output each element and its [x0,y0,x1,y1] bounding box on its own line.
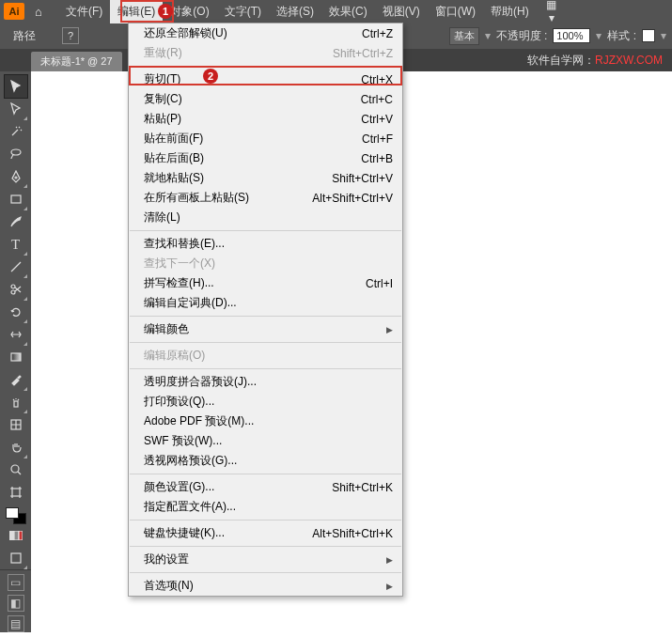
svg-rect-10 [9,531,14,540]
opacity-input[interactable]: 100% [553,28,590,43]
color-mode-icon[interactable] [5,524,27,547]
symbol-sprayer-tool[interactable] [5,391,27,413]
menu-item: 查找下一个(X) [129,254,402,273]
screen-mode-icon[interactable] [5,547,27,569]
menu-item[interactable]: Adobe PDF 预设(M)... [129,412,402,431]
svg-rect-9 [12,489,20,496]
menu-item[interactable]: 复制(C)Ctrl+C [129,89,402,109]
menu-item[interactable]: 拼写检查(H)...Ctrl+I [129,273,402,293]
magic-wand-tool[interactable] [5,120,27,143]
menu-item[interactable]: 指定配置文件(A)... [129,497,402,517]
toolbox: T [0,71,31,569]
svg-rect-6 [14,401,18,407]
rotate-tool[interactable] [5,301,27,323]
line-segment-tool[interactable] [5,256,27,278]
menu-item[interactable]: 在所有画板上粘贴(S)Alt+Shift+Ctrl+V [129,188,402,208]
svg-rect-2 [11,195,21,203]
fill-stroke-swatch[interactable] [4,507,28,524]
menu-item: 重做(R)Shift+Ctrl+Z [129,43,402,63]
menubar: Ai ⌂ 文件(F) 编辑(E) 对象(O) 文字(T) 选择(S) 效果(C)… [0,0,672,23]
menu-select[interactable]: 选择(S) [269,0,321,23]
stroke-profile-select[interactable]: 基本 [449,27,479,45]
menu-item[interactable]: 剪切(T)Ctrl+X [129,70,402,89]
menu-item[interactable]: 编辑颜色▶ [129,319,402,339]
menu-view[interactable]: 视图(V) [375,0,428,23]
menu-edit[interactable]: 编辑(E) [110,0,163,23]
menu-item[interactable]: 清除(L) [129,208,402,227]
pen-tool[interactable] [5,165,27,188]
menu-item[interactable]: SWF 预设(W)... [129,431,402,451]
menu-window[interactable]: 窗口(W) [428,0,483,23]
menu-item[interactable]: 编辑自定词典(D)... [129,293,402,313]
panel-icon-1[interactable]: ▭ [8,574,24,591]
menu-item[interactable]: 打印预设(Q)... [129,392,402,412]
svg-rect-11 [14,531,19,540]
paintbrush-tool[interactable] [5,210,27,233]
type-tool[interactable]: T [5,233,27,256]
width-tool[interactable] [5,323,27,346]
bottom-panel: ▭ ◧ ▤ [0,569,31,632]
home-icon[interactable]: ⌂ [30,3,47,20]
svg-point-4 [11,290,15,294]
menu-item[interactable]: 键盘快捷键(K)...Alt+Shift+Ctrl+K [129,523,402,543]
mesh-tool[interactable] [5,413,27,436]
svg-point-8 [11,465,19,473]
style-swatch[interactable] [642,29,655,42]
direct-selection-tool[interactable] [5,98,27,120]
panel-icon-2[interactable]: ◧ [8,595,24,612]
app-logo: Ai [4,3,24,20]
annotation-badge-1: 1 [158,4,173,19]
menu-item[interactable]: 透明度拼合器预设(J)... [129,372,402,392]
menu-item[interactable]: 粘贴(P)Ctrl+V [129,109,402,129]
annotation-badge-2: 2 [203,69,218,84]
menu-item[interactable]: 贴在前面(F)Ctrl+F [129,129,402,148]
panel-icon-3[interactable]: ▤ [8,615,24,632]
menu-list: 文件(F) 编辑(E) 对象(O) 文字(T) 选择(S) 效果(C) 视图(V… [58,0,537,23]
edit-menu-dropdown: 还原全部解锁(U)Ctrl+Z重做(R)Shift+Ctrl+Z剪切(T)Ctr… [128,23,403,597]
svg-rect-5 [11,353,21,361]
menu-effect[interactable]: 效果(C) [321,0,375,23]
document-tab[interactable]: 未标题-1* @ 27 [31,52,122,71]
style-label: 样式 : [607,28,636,44]
rectangle-tool[interactable] [5,188,27,210]
menu-item[interactable]: 颜色设置(G)...Shift+Ctrl+K [129,477,402,497]
workspace-switcher-icon[interactable]: ▦ ▾ [542,0,561,24]
menu-item[interactable]: 首选项(N)▶ [129,576,402,596]
zoom-tool[interactable] [5,458,27,481]
scissors-tool[interactable] [5,278,27,301]
eyedropper-tool[interactable] [5,368,27,391]
menu-item[interactable]: 贴在后面(B)Ctrl+B [129,148,402,168]
menu-help[interactable]: 帮助(H) [483,0,537,23]
svg-point-1 [15,177,17,179]
menu-file[interactable]: 文件(F) [58,0,110,23]
opacity-label: 不透明度 : [496,28,548,44]
menu-item[interactable]: 我的设置▶ [129,550,402,569]
help-icon[interactable]: ? [62,27,79,44]
menu-item[interactable]: 就地粘贴(S)Shift+Ctrl+V [129,168,402,188]
menu-item[interactable]: 透视网格预设(G)... [129,451,402,471]
gradient-tool[interactable] [5,346,27,368]
selection-type-label: 路径 [13,28,36,44]
svg-rect-12 [19,531,23,540]
menu-item[interactable]: 还原全部解锁(U)Ctrl+Z [129,23,402,43]
hand-tool[interactable] [5,436,27,458]
svg-point-3 [11,285,15,288]
artboard-tool[interactable] [5,481,27,504]
lasso-tool[interactable] [5,143,27,165]
svg-rect-13 [11,553,21,563]
selection-tool[interactable] [5,75,27,98]
menu-type[interactable]: 文字(T) [217,0,269,23]
menu-item[interactable]: 查找和替换(E)... [129,234,402,254]
tutorial-link: 软件自学网：RJZXW.COM [527,53,663,69]
menu-item: 编辑原稿(O) [129,346,402,365]
